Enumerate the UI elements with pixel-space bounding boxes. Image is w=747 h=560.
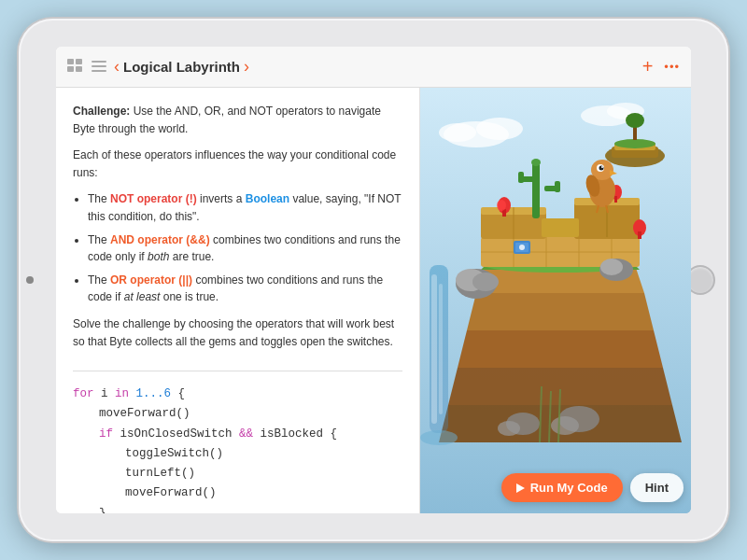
- svg-rect-39: [532, 162, 540, 218]
- add-button[interactable]: +: [642, 56, 654, 77]
- svg-rect-0: [67, 59, 74, 64]
- run-my-code-button[interactable]: Run My Code: [501, 473, 623, 502]
- instructions: Challenge: Use the AND, OR, and NOT oper…: [56, 88, 419, 371]
- game-scene-svg: [420, 88, 691, 513]
- svg-rect-68: [439, 284, 443, 414]
- toolbar-actions: + •••: [642, 56, 680, 77]
- svg-rect-51: [638, 231, 641, 239]
- right-panel: Run My Code Hint: [420, 88, 691, 513]
- hint-button-label: Hint: [645, 481, 669, 495]
- svg-point-69: [420, 430, 458, 445]
- toolbar: ‹ Logical Labyrinth › + •••: [56, 47, 691, 88]
- svg-rect-49: [614, 196, 617, 203]
- svg-rect-5: [92, 65, 106, 67]
- more-button[interactable]: •••: [664, 60, 680, 74]
- svg-point-65: [600, 259, 623, 275]
- ipad-frame: ‹ Logical Labyrinth › + ••• Challenge: U…: [19, 19, 728, 541]
- svg-point-63: [472, 273, 499, 291]
- hint-button[interactable]: Hint: [630, 473, 684, 502]
- svg-point-57: [601, 166, 603, 168]
- challenge-paragraph: Challenge: Use the AND, OR, and NOT oper…: [73, 103, 402, 137]
- svg-rect-3: [76, 66, 82, 72]
- solve-paragraph: Solve the challenge by choosing the oper…: [73, 315, 402, 350]
- svg-point-18: [626, 113, 644, 128]
- code-editor[interactable]: for i in 1...6 { moveForward() if isOnCl…: [56, 371, 419, 513]
- svg-point-16: [614, 139, 655, 148]
- list-icon[interactable]: [92, 59, 106, 76]
- svg-rect-67: [431, 274, 437, 424]
- svg-marker-22: [467, 293, 654, 330]
- operators-intro: Each of these operators influences the w…: [73, 147, 402, 181]
- svg-rect-2: [67, 66, 74, 72]
- svg-rect-6: [92, 70, 106, 72]
- and-operator-highlight: AND operator (&&): [110, 233, 210, 246]
- left-panel: Challenge: Use the AND, OR, and NOT oper…: [56, 88, 420, 513]
- ipad-side-button: [26, 276, 34, 284]
- challenge-label: Challenge:: [73, 105, 130, 118]
- svg-point-56: [599, 166, 604, 171]
- svg-point-10: [439, 123, 476, 142]
- or-operator-item: The OR operator (||) combines two condit…: [88, 272, 402, 306]
- svg-point-74: [498, 421, 520, 436]
- svg-rect-43: [555, 181, 560, 192]
- svg-point-44: [531, 159, 541, 166]
- not-operator-item: The NOT operator (!) inverts a Boolean v…: [88, 190, 402, 225]
- code-line-4: toggleSwitch(): [73, 444, 402, 464]
- code-line-1: for i in 1...6 {: [73, 385, 402, 404]
- content-area: Challenge: Use the AND, OR, and NOT oper…: [56, 88, 691, 513]
- svg-rect-4: [92, 61, 106, 63]
- code-line-3: if isOnClosedSwitch && isBlocked {: [73, 425, 402, 444]
- svg-point-9: [476, 118, 523, 140]
- svg-point-72: [519, 245, 525, 250]
- forward-chevron[interactable]: ›: [244, 57, 249, 77]
- ipad-screen: ‹ Logical Labyrinth › + ••• Challenge: U…: [56, 47, 691, 513]
- boolean-highlight: Boolean: [246, 192, 289, 205]
- game-canvas: Run My Code Hint: [420, 88, 691, 513]
- play-icon: [516, 483, 525, 493]
- svg-rect-38: [542, 218, 579, 237]
- not-operator-highlight: NOT operator (!): [110, 192, 197, 205]
- toolbar-nav: ‹ Logical Labyrinth ›: [114, 57, 249, 77]
- and-operator-item: The AND operator (&&) combines two condi…: [88, 231, 402, 266]
- svg-point-47: [497, 200, 506, 211]
- grid-icon[interactable]: [67, 59, 84, 76]
- svg-rect-41: [518, 172, 524, 183]
- code-line-5: turnLeft(): [73, 464, 402, 483]
- svg-rect-1: [76, 59, 82, 64]
- svg-point-76: [551, 416, 579, 435]
- operators-list: The NOT operator (!) inverts a Boolean v…: [88, 190, 402, 306]
- code-line-2: moveForward(): [73, 404, 402, 424]
- back-chevron[interactable]: ‹: [114, 57, 120, 77]
- code-line-7: }: [73, 504, 402, 513]
- or-operator-highlight: OR operator (||): [110, 273, 192, 287]
- game-buttons: Run My Code Hint: [501, 473, 684, 502]
- page-title: Logical Labyrinth: [123, 59, 240, 75]
- svg-marker-21: [458, 330, 663, 368]
- run-button-label: Run My Code: [530, 481, 608, 495]
- code-line-6: moveForward(): [73, 483, 402, 503]
